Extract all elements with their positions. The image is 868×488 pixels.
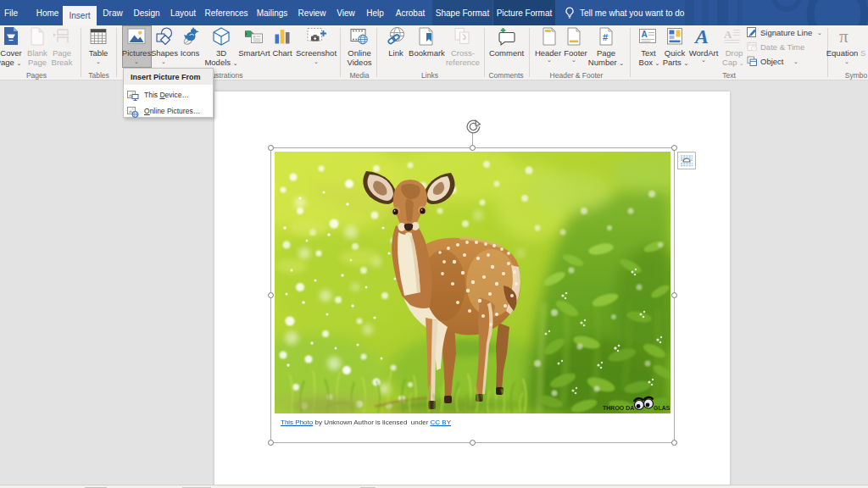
svg-text:π: π [839,26,849,47]
svg-text:THROO DA: THROO DA [603,405,634,411]
svg-text:GLASS: GLASS [654,405,670,411]
svg-text:#: # [603,32,608,42]
svg-text:A: A [693,26,709,47]
svg-text:A: A [724,28,732,41]
svg-text:A: A [642,30,648,39]
